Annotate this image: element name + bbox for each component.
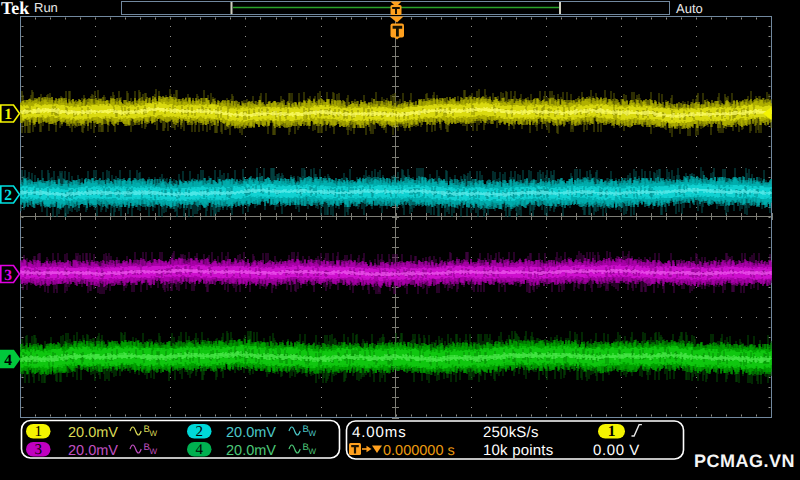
svg-text:Tek: Tek	[1, 0, 29, 18]
svg-text:20.0mV: 20.0mV	[68, 443, 118, 459]
svg-text:3: 3	[35, 442, 43, 458]
svg-text:Auto: Auto	[676, 1, 703, 16]
svg-text:PCMAG.VN: PCMAG.VN	[694, 451, 795, 471]
svg-text:W: W	[309, 429, 317, 438]
svg-text:4.00ms: 4.00ms	[352, 424, 407, 441]
svg-text:W: W	[309, 447, 317, 456]
svg-text:20.0mV: 20.0mV	[226, 443, 276, 459]
svg-text:20.0mV: 20.0mV	[226, 425, 276, 441]
svg-text:3: 3	[4, 267, 12, 284]
svg-text:1: 1	[608, 423, 616, 440]
svg-text:0.00 V: 0.00 V	[593, 442, 640, 459]
svg-text:4: 4	[4, 352, 12, 369]
svg-text:0.000000 s: 0.000000 s	[383, 443, 455, 459]
svg-text:250kS/s: 250kS/s	[483, 424, 539, 441]
svg-text:Run: Run	[34, 0, 58, 15]
svg-text:10k points: 10k points	[483, 442, 553, 459]
svg-text:4: 4	[196, 442, 204, 458]
svg-text:1: 1	[35, 424, 43, 440]
svg-text:2: 2	[4, 187, 12, 204]
svg-text:20.0mV: 20.0mV	[68, 425, 118, 441]
svg-text:W: W	[150, 447, 158, 456]
svg-text:1: 1	[4, 106, 12, 123]
svg-text:W: W	[150, 429, 158, 438]
svg-text:2: 2	[196, 424, 204, 440]
